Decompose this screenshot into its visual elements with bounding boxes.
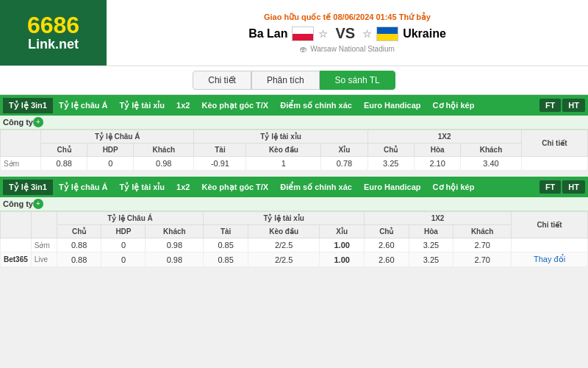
s2-row0-keo-dau: 2/2.5 <box>248 238 319 252</box>
match-day: Thứ bảy <box>399 13 431 21</box>
s2-nav-diemsochinxac[interactable]: Điểm số chính xác <box>274 180 358 195</box>
match-info: Giao hữu quốc tế 08/06/2024 01:45 Thứ bả… <box>107 0 588 66</box>
s1-th-chu2: Chủ <box>368 144 414 157</box>
s1-th-1x2: 1X2 <box>368 130 521 144</box>
s2-nav-taixiu[interactable]: Tỷ lệ tài xỉu <box>113 180 171 195</box>
s2-row0-company <box>1 238 32 252</box>
s1-row0-khach: 0.98 <box>134 157 194 171</box>
s1-nav-diemsochinxac[interactable]: Điểm số chính xác <box>274 98 358 113</box>
s1-row0-chi-tiet <box>521 157 587 171</box>
s2-th-hdp: HDP <box>101 225 146 238</box>
s2-row1-xiu: 1.00 <box>320 252 365 267</box>
s1-nav-3in1[interactable]: Tỷ lệ 3in1 <box>3 98 53 113</box>
star-home[interactable]: ☆ <box>318 28 328 40</box>
flag-poland <box>292 26 314 41</box>
s2-row0-label: Sớm <box>31 238 57 252</box>
s2-row1-chi-tiet[interactable]: Thay đổi <box>512 252 588 267</box>
s1-row0-hoa: 2.10 <box>414 157 460 171</box>
table-row: Bet365 Live 0.88 0 0.98 0.85 2/2.5 1.00 … <box>1 252 588 267</box>
s2-row1-hdp: 0 <box>101 252 146 267</box>
s1-row0-hdp: 0 <box>87 157 134 171</box>
s1-row0-khach2: 3.40 <box>461 157 521 171</box>
team-away: ☆ Ukraine <box>362 26 446 41</box>
s2-nav-cohoi[interactable]: Cơ hội kép <box>427 180 481 195</box>
s2-th-xiu: Xỉu <box>320 225 365 238</box>
s1-company-label: Công ty <box>3 118 33 127</box>
s2-ft-btn[interactable]: FT <box>539 180 561 194</box>
section-2: Tỷ lệ 3in1 Tỷ lệ châu Á Tỷ lệ tài xỉu 1x… <box>0 177 588 267</box>
s2-th-keo-dau: Kèo đầu <box>248 225 319 238</box>
flag-ukraine <box>376 26 398 41</box>
s2-th-tai: Tài <box>204 225 248 238</box>
table-row: Sớm 0.88 0 0.98 -0.91 1 0.78 3.25 2.10 3… <box>1 157 588 171</box>
s1-nav-chaua[interactable]: Tỷ lệ châu Á <box>53 98 114 113</box>
s2-row1-company: Bet365 <box>1 252 32 267</box>
s2-company-label: Công ty <box>3 199 33 208</box>
s1-th-tai: Tài <box>194 144 246 157</box>
s1-th-khach2: Khách <box>461 144 521 157</box>
s1-nav-1x2[interactable]: 1x2 <box>171 98 196 113</box>
s1-th-xiu: Xỉu <box>321 144 368 157</box>
tab-so-sanh-tl[interactable]: So sánh TL <box>320 71 395 90</box>
s1-nav-eurohandicap[interactable]: Euro Handicap <box>358 98 427 113</box>
s2-row0-hoa: 3.25 <box>409 238 453 252</box>
s2-row1-chu: 0.88 <box>57 252 101 267</box>
s1-nav-cohoi[interactable]: Cơ hội kép <box>427 98 481 113</box>
star-away[interactable]: ☆ <box>362 28 372 40</box>
s1-row0-keo-dau: 1 <box>246 157 321 171</box>
s2-row0-xiu: 1.00 <box>320 238 365 252</box>
s2-th-company <box>1 212 32 238</box>
s2-row1-keo-dau: 2/2.5 <box>248 252 319 267</box>
s2-company-add-btn[interactable]: + <box>33 199 43 209</box>
tab-chi-tiet[interactable]: Chi tiết <box>193 71 251 90</box>
s2-row1-khach: 0.98 <box>146 252 204 267</box>
s1-company-header: Công ty + <box>0 116 588 130</box>
s2-th-ty-le-chau-a: Tỷ lệ Châu Á <box>57 212 204 225</box>
s2-company-header: Công ty + <box>0 197 588 211</box>
s2-nav-chaua[interactable]: Tỷ lệ châu Á <box>53 180 114 195</box>
s2-odds-table: Tỷ lệ Châu Á Tỷ lệ tài xỉu 1X2 Chi tiết … <box>0 211 588 267</box>
stadium-name: Warsaw National Stadium <box>310 45 395 53</box>
vs-label: VS <box>335 25 355 42</box>
s1-company-add-btn[interactable]: + <box>33 117 43 127</box>
s2-nav-1x2[interactable]: 1x2 <box>171 180 196 194</box>
s1-th-company <box>1 130 41 157</box>
content: Tỷ lệ 3in1 Tỷ lệ châu Á Tỷ lệ tài xỉu 1x… <box>0 95 588 270</box>
section-1: Tỷ lệ 3in1 Tỷ lệ châu Á Tỷ lệ tài xỉu 1x… <box>0 95 588 171</box>
s2-row1-khach2: 2.70 <box>453 252 512 267</box>
s1-ft-btn[interactable]: FT <box>539 99 561 112</box>
s2-th-chu2: Chủ <box>365 225 409 238</box>
match-meta: Giao hữu quốc tế 08/06/2024 01:45 Thứ bả… <box>264 13 431 22</box>
logo[interactable]: 6686 Link.net <box>0 0 107 66</box>
s2-nav-3in1[interactable]: Tỷ lệ 3in1 <box>3 180 53 195</box>
s2-nav-eurohandicap[interactable]: Euro Handicap <box>358 180 427 194</box>
s2-ht-btn[interactable]: HT <box>562 180 585 194</box>
s1-ftht: FT HT <box>539 99 585 112</box>
s2-th-ty-le-tai-xiu: Tỷ lệ tài xỉu <box>204 212 365 225</box>
s1-row0-label: Sớm <box>1 157 41 171</box>
tabs-bar: Chi tiết Phân tích So sánh TL <box>0 66 588 95</box>
s1-nav-taixiu[interactable]: Tỷ lệ tài xỉu <box>113 98 171 113</box>
s2-th-1x2: 1X2 <box>365 212 512 225</box>
s2-th-chi-tiet: Chi tiết <box>512 212 588 238</box>
s1-nav-keophat[interactable]: Kèo phạt góc T/X <box>196 98 274 113</box>
s2-th-timing <box>31 212 57 238</box>
team-home: Ba Lan ☆ <box>248 26 328 41</box>
s1-ht-btn[interactable]: HT <box>562 99 585 112</box>
s2-row0-chu: 0.88 <box>57 238 101 252</box>
s1-th-chu: Chủ <box>41 144 87 157</box>
s2-row1-chu2: 2.60 <box>365 252 409 267</box>
team-home-name: Ba Lan <box>248 27 287 40</box>
s1-th-hdp: HDP <box>87 144 134 157</box>
s2-row0-chi-tiet <box>512 238 588 252</box>
s1-th-khach: Khách <box>134 144 194 157</box>
stadium-info: 🏟 Warsaw National Stadium <box>300 45 395 53</box>
table-row: Sớm 0.88 0 0.98 0.85 2/2.5 1.00 2.60 3.2… <box>1 238 588 252</box>
s2-row0-hdp: 0 <box>101 238 146 252</box>
s1-odds-table: Tỷ lệ Châu Á Tỷ lệ tài xỉu 1X2 Chi tiết … <box>0 130 588 171</box>
s1-th-ty-le-chau-a: Tỷ lệ Châu Á <box>41 130 194 144</box>
s1-th-chi-tiet: Chi tiết <box>521 130 587 157</box>
s2-row0-khach: 0.98 <box>146 238 204 252</box>
tab-phan-tich[interactable]: Phân tích <box>251 71 320 90</box>
s2-nav-keophat[interactable]: Kèo phạt góc T/X <box>196 180 274 195</box>
